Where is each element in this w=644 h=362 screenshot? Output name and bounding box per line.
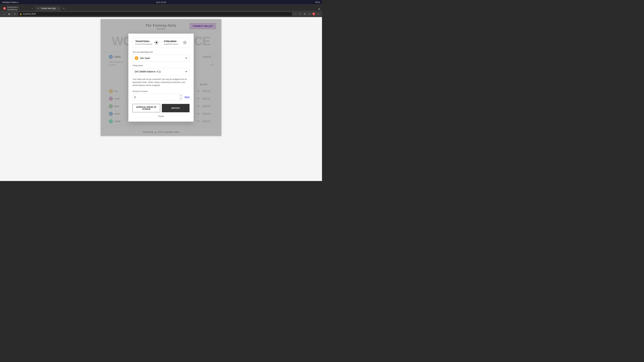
os-topbar-left: Activities Firefox ▾ [2, 1, 18, 3]
new-tab-button[interactable]: + [62, 6, 66, 11]
vault-chevron-icon: ▼ [185, 57, 187, 59]
deposit-modal: TRADITIONAL A one-off investment STREAMI… [128, 33, 194, 122]
shield-icon[interactable]: 🛡 [298, 12, 302, 16]
traditional-check-dot [156, 42, 157, 43]
deposit-button[interactable]: DEPOSIT [162, 104, 190, 112]
traditional-toggle-button[interactable]: TRADITIONAL A one-off investment [133, 38, 161, 47]
tab-submission[interactable]: S Submission | HackMoney ✕ [1, 6, 35, 11]
streaming-content: STREAMING Superfluid stream [164, 40, 178, 45]
streaming-toggle-button[interactable]: STREAMING Superfluid stream [161, 38, 190, 47]
vault-select-inner: D DAI Vault [135, 56, 150, 60]
using-token-label: Using token [132, 64, 190, 67]
back-button[interactable]: ◀ [2, 12, 6, 16]
tab-next-app[interactable]: N Create Next App ✕ [35, 6, 61, 11]
address-text: localhost:3000 [23, 13, 36, 15]
investment-type-toggle: TRADITIONAL A one-off investment STREAMI… [132, 38, 190, 48]
page-content: The Farming Daily Presents CONNECT WALLE… [0, 17, 322, 181]
security-icon: 🔒 [20, 13, 22, 15]
nav-icons-right: ☆ 🛡 ⊞ ⊙ F ≡ [294, 12, 320, 16]
approve-button[interactable]: APPROVE SPEND OF $TOKEN [132, 104, 160, 112]
modal-overlay: TRADITIONAL A one-off investment STREAMI… [100, 19, 221, 136]
layout-icon[interactable]: ⊞ [303, 12, 306, 16]
menu-icon[interactable]: ≡ [316, 12, 320, 16]
window-controls[interactable]: ✕ [317, 7, 321, 11]
amount-input[interactable] [133, 94, 179, 100]
token-select-inner: DAI (Wallet balance: 0.1) [135, 70, 161, 73]
refresh-button[interactable]: ↻ [13, 12, 17, 16]
os-clock: Jul 5 12:16 [156, 1, 166, 3]
info-text: Your token will not be converted, but ma… [132, 78, 190, 87]
amount-input-wrap: ▲ ▼ [132, 94, 183, 100]
max-button[interactable]: MAX [185, 96, 190, 98]
circle-icon[interactable]: ⊙ [308, 12, 311, 16]
action-buttons: APPROVE SPEND OF $TOKEN DEPOSIT [132, 104, 190, 112]
activities-label: Activities Firefox ▾ [2, 1, 18, 3]
tab-label-submission: Submission | HackMoney [7, 6, 30, 11]
forward-button[interactable]: ▶ [8, 12, 12, 16]
app-wrapper: The Farming Daily Presents CONNECT WALLE… [100, 19, 221, 136]
tab-bar: S Submission | HackMoney ✕ N Create Next… [0, 5, 322, 11]
os-topbar: Activities Firefox ▾ Jul 5 12:16 50 % [0, 0, 322, 4]
tab-close-next[interactable]: ✕ [58, 7, 59, 9]
tab-close-submission[interactable]: ✕ [32, 7, 33, 9]
traditional-subtitle: A one-off investment [135, 43, 152, 45]
vault-value: DAI Vault [140, 57, 150, 59]
amount-section: Amount to invest ▲ ▼ MAX [132, 90, 190, 100]
streaming-check-dot [184, 42, 186, 43]
amount-row: ▲ ▼ MAX [132, 94, 190, 100]
token-value: DAI (Wallet balance: 0.1) [135, 70, 161, 73]
streaming-title: STREAMING [164, 40, 178, 42]
tab-favicon-next: N [37, 7, 40, 9]
amount-label: Amount to invest [132, 90, 190, 92]
nav-bar: ◀ ▶ ↻ 🔒 localhost:3000 ☆ 🛡 ⊞ ⊙ F ≡ [0, 11, 322, 17]
traditional-title: TRADITIONAL [135, 40, 152, 42]
bookmark-icon[interactable]: ☆ [294, 12, 297, 16]
close-link[interactable]: Close [132, 115, 190, 117]
streaming-subtitle: Superfluid stream [164, 43, 178, 45]
traditional-check [155, 41, 158, 44]
dai-vault-icon: D [135, 56, 138, 60]
os-topbar-right: 50 % [316, 1, 320, 3]
tab-favicon-submission: S [3, 7, 6, 9]
deposit-into-label: You are depositing into [132, 51, 190, 53]
address-bar[interactable]: 🔒 localhost:3000 [18, 12, 292, 16]
vault-select[interactable]: D DAI Vault ▼ [132, 55, 190, 62]
browser-chrome: S Submission | HackMoney ✕ N Create Next… [0, 4, 322, 17]
streaming-check [183, 41, 187, 44]
spinner-down[interactable]: ▼ [180, 97, 182, 100]
amount-spinners: ▲ ▼ [179, 94, 182, 100]
avatar-icon[interactable]: F [312, 12, 315, 15]
traditional-content: TRADITIONAL A one-off investment [135, 40, 152, 45]
token-select[interactable]: DAI (Wallet balance: 0.1) ▼ [132, 68, 190, 75]
spinner-up[interactable]: ▲ [180, 94, 182, 97]
tab-label-next: Create Next App [41, 7, 56, 9]
token-chevron-icon: ▼ [185, 70, 187, 73]
